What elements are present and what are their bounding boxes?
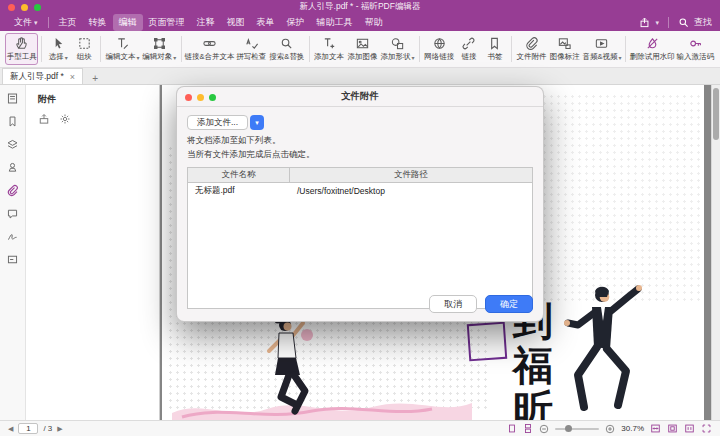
page-thumbnails-icon[interactable] (6, 91, 20, 105)
zoom-out-icon[interactable] (539, 424, 549, 434)
halftone-pattern (534, 93, 702, 303)
search-label[interactable]: 查找 (694, 16, 712, 29)
cancel-button[interactable]: 取消 (429, 295, 477, 313)
minimize-window-icon[interactable] (21, 4, 28, 11)
toolbar-item-add-shapes[interactable]: 添加形状▾ (379, 33, 416, 65)
menu-accessibility[interactable]: 辅助工具 (311, 14, 359, 31)
dialog-zoom-icon[interactable] (209, 94, 216, 101)
link-icon (461, 36, 476, 51)
close-window-icon[interactable] (8, 4, 15, 11)
toolbar-item-web-links[interactable]: 网络链接 (423, 33, 456, 65)
layers-icon[interactable] (6, 137, 20, 151)
document-tab[interactable]: 新人引导.pdf * × (2, 68, 83, 84)
toolbar-item-spell-check[interactable]: 拼写检查 (235, 33, 268, 65)
share-icon[interactable] (639, 17, 650, 28)
next-page-icon[interactable]: ▶ (57, 425, 62, 433)
menu-view[interactable]: 视图 (221, 14, 251, 31)
toolbar-item-label: 手型工具 (7, 52, 37, 62)
toolbar-item-edit-object[interactable]: 编辑对象▾ (141, 33, 178, 65)
add-files-dropdown-button[interactable]: ▾ (250, 115, 264, 130)
table-row[interactable]: 无标题.pdf /Users/foxitnet/Desktop (188, 183, 532, 198)
signature-icon[interactable] (6, 229, 20, 243)
menu-home[interactable]: 主页 (53, 14, 83, 31)
scrollbar-thumb[interactable] (713, 88, 719, 140)
column-header-file-path: 文件路径 (290, 168, 532, 182)
remove-watermark-icon (645, 36, 660, 51)
chevron-down-icon: ▾ (65, 54, 68, 61)
toolbar-item-label: 输入激活码 (676, 52, 714, 62)
fit-width-icon[interactable] (650, 423, 661, 434)
toolbar-item-link-join-text[interactable]: 链接&合并文本 (184, 33, 234, 65)
menu-protect[interactable]: 保护 (281, 14, 311, 31)
toolbar-item-image-annotation[interactable]: 图像标注 (548, 33, 581, 65)
toolbar-item-label: 链接 (461, 52, 476, 62)
ok-button[interactable]: 确定 (485, 295, 533, 313)
toolbar-item-block[interactable]: 组块 (71, 33, 97, 65)
column-header-file-name: 文件名称 (188, 168, 290, 182)
zoom-slider-knob[interactable] (565, 425, 572, 432)
vertical-scrollbar[interactable] (711, 85, 720, 420)
toolbar-item-enter-activation-code[interactable]: 输入激活码 (675, 33, 715, 65)
dialog-window-controls[interactable] (185, 94, 216, 101)
fit-page-icon[interactable] (667, 423, 678, 434)
toolbar-item-add-image[interactable]: 添加图像 (346, 33, 379, 65)
full-screen-icon[interactable] (701, 423, 712, 434)
actual-size-icon[interactable] (684, 423, 695, 434)
add-files-button[interactable]: 添加文件... (187, 115, 248, 130)
dialog-header[interactable]: 文件附件 (177, 87, 543, 107)
menu-edit[interactable]: 编辑 (113, 14, 143, 31)
page-number-input[interactable] (18, 423, 38, 434)
menu-comment[interactable]: 注释 (191, 14, 221, 31)
bookmark-icon (487, 36, 502, 51)
stamps-icon[interactable] (6, 160, 20, 174)
dialog-close-icon[interactable] (185, 94, 192, 101)
chevron-down-icon[interactable]: ▾ (655, 19, 659, 27)
toolbar-item-link[interactable]: 链接 (456, 33, 482, 65)
menu-help[interactable]: 帮助 (359, 14, 389, 31)
toolbar-item-remove-trial-watermark[interactable]: 删除试用水印 (629, 33, 675, 65)
single-page-view-icon[interactable] (507, 423, 517, 434)
open-attachment-icon[interactable] (38, 113, 50, 125)
search-icon[interactable] (678, 17, 689, 28)
add-image-icon (355, 36, 370, 51)
zoom-in-icon[interactable] (605, 424, 615, 434)
close-tab-icon[interactable]: × (70, 72, 75, 82)
toolbar-item-label: 图像标注 (550, 52, 580, 62)
toolbar-item-edit-text[interactable]: 编辑文本▾ (104, 33, 141, 65)
toolbar-item-label: 网络链接 (424, 52, 454, 62)
edit-text-icon (115, 36, 130, 51)
previous-page-icon[interactable]: ◀ (8, 425, 13, 433)
new-tab-icon[interactable]: + (89, 73, 101, 84)
menu-label: 表单 (257, 16, 275, 29)
bookmarks-icon[interactable] (6, 114, 20, 128)
toolbar-item-audio-video[interactable]: 音频&视频▾ (582, 33, 623, 65)
audio-video-icon (594, 36, 609, 51)
toolbar-item-bookmark[interactable]: 书签 (482, 33, 508, 65)
menu-form[interactable]: 表单 (251, 14, 281, 31)
window-controls[interactable] (8, 4, 41, 11)
menu-convert[interactable]: 转换 (83, 14, 113, 31)
menu-file[interactable]: 文件 ▾ (8, 14, 44, 31)
toolbar-divider (625, 36, 626, 62)
menu-page-organize[interactable]: 页面管理 (143, 14, 191, 31)
form-fields-icon[interactable] (6, 252, 20, 266)
zoom-slider[interactable] (555, 428, 599, 430)
zoom-window-icon[interactable] (34, 4, 41, 11)
comments-icon[interactable] (6, 206, 20, 220)
menubar: 文件 ▾ 主页 转换 编辑 页面管理 注释 视图 表单 保护 辅助工具 帮助 ▾… (0, 14, 720, 31)
toolbar-item-add-text[interactable]: 添加文本 (312, 33, 345, 65)
search-replace-icon (279, 36, 294, 51)
zoom-level[interactable]: 30.7% (621, 424, 644, 433)
toolbar-item-file-attachment[interactable]: 文件附件 (515, 33, 548, 65)
continuous-view-icon[interactable] (523, 423, 533, 434)
toolbar-item-select[interactable]: 选择▾ (45, 33, 71, 65)
page-total-label: / 3 (43, 424, 52, 433)
menu-label: 编辑 (119, 16, 137, 29)
attachment-settings-icon[interactable] (59, 113, 71, 125)
toolbar-item-hand-tool[interactable]: 手型工具 (5, 33, 38, 65)
dialog-minimize-icon[interactable] (197, 94, 204, 101)
attachments-icon[interactable] (6, 183, 20, 197)
toolbar-item-search-replace[interactable]: 搜索&替换 (268, 33, 306, 65)
toolbar-item-label: 编辑对象 (142, 52, 172, 62)
edit-object-icon (152, 36, 167, 51)
